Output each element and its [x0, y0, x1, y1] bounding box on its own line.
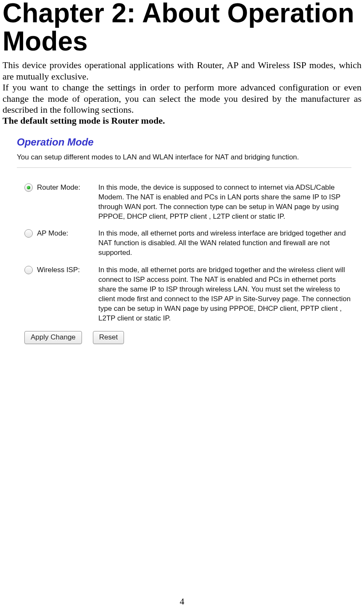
mode-description: In this mode, all ethernet ports are bri… — [98, 265, 351, 323]
panel-subtext: You can setup different modes to LAN and… — [17, 153, 351, 162]
panel-button-row: Apply Change Reset — [24, 331, 351, 344]
mode-label: Wireless ISP: — [37, 266, 80, 274]
panel-heading: Operation Mode — [17, 136, 351, 148]
modes-block: Router Mode: In this mode, the device is… — [24, 183, 351, 344]
mode-description: In this mode, the device is supposed to … — [98, 183, 351, 222]
mode-label: AP Mode: — [37, 229, 68, 238]
mode-row-ap: AP Mode: In this mode, all ethernet port… — [24, 229, 351, 258]
reset-button[interactable]: Reset — [93, 331, 124, 344]
radio-icon — [24, 183, 33, 192]
chapter-title: Chapter 2: About Operation Modes — [3, 0, 361, 56]
apply-change-button[interactable]: Apply Change — [24, 331, 82, 344]
panel-divider — [17, 167, 351, 168]
default-mode-note: The default setting mode is Router mode. — [3, 115, 361, 126]
radio-cell-router[interactable]: Router Mode: — [24, 183, 98, 192]
mode-row-wireless-isp: Wireless ISP: In this mode, all ethernet… — [24, 265, 351, 323]
radio-cell-wireless-isp[interactable]: Wireless ISP: — [24, 265, 98, 274]
mode-label: Router Mode: — [37, 183, 80, 192]
body-paragraph-2: If you want to change the settings in or… — [3, 82, 361, 115]
radio-icon — [24, 266, 33, 274]
page-number: 4 — [0, 596, 364, 607]
mode-description: In this mode, all ethernet ports and wir… — [98, 229, 351, 258]
radio-icon — [24, 229, 33, 238]
radio-cell-ap[interactable]: AP Mode: — [24, 229, 98, 238]
mode-row-router: Router Mode: In this mode, the device is… — [24, 183, 351, 222]
operation-mode-figure: Operation Mode You can setup different m… — [17, 136, 351, 344]
body-paragraph-1: This device provides operational applica… — [3, 60, 361, 82]
